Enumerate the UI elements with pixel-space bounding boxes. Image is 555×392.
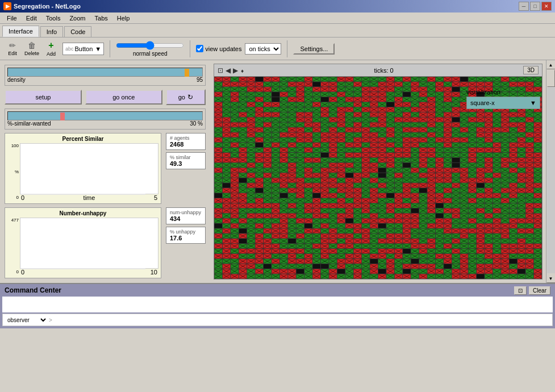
- visualization-select[interactable]: square-x ▼: [466, 97, 540, 109]
- agents-value: 2468: [170, 141, 202, 148]
- similar-wanted-label: %-similar-wanted: [7, 120, 51, 127]
- number-unhappy-x-axis: 0 10: [20, 269, 158, 276]
- scroll-down-arrow[interactable]: ▼: [546, 274, 556, 283]
- menu-edit[interactable]: Edit: [22, 14, 41, 23]
- similar-slider-label: %-similar-wanted 30 %: [7, 120, 203, 127]
- left-panel: density 95 setup go once go ↻: [0, 60, 210, 283]
- right-scrollbar: ▲ ▼: [546, 60, 555, 283]
- cc-input-row: observer >: [2, 314, 553, 326]
- density-slider-thumb[interactable]: [185, 69, 189, 77]
- menu-bar: File Edit Tools Zoom Tabs Help: [0, 12, 555, 24]
- charts-row-1: Percent Similar 100 % 0 0: [5, 133, 206, 204]
- ticks-dropdown[interactable]: on ticks: [245, 43, 281, 55]
- num-unhappy-label: num-unhappy: [170, 210, 202, 215]
- go-once-button[interactable]: go once: [85, 90, 162, 105]
- density-slider-track[interactable]: [7, 68, 203, 77]
- loop-icon: ↻: [187, 93, 193, 101]
- view-updates-checkbox[interactable]: [196, 45, 203, 52]
- tab-bar: Interface Info Code: [0, 24, 555, 37]
- menu-file[interactable]: File: [2, 14, 22, 23]
- widget-type-selector[interactable]: abc Button ▼: [62, 43, 104, 55]
- view-updates-container: view updates: [196, 45, 241, 52]
- number-unhappy-chart: Number-unhappy 477 0 0: [5, 207, 161, 278]
- visualization-label: visualization: [466, 89, 540, 95]
- similar-slider-track[interactable]: [7, 111, 203, 120]
- similar-wanted-slider-container: %-similar-wanted 30 %: [5, 109, 206, 130]
- percent-similar-chart: Percent Similar 100 % 0 0: [5, 133, 161, 204]
- speed-label: normal speed: [133, 51, 168, 57]
- go-button[interactable]: go ↻: [166, 89, 206, 105]
- ticks-display: ticks: 0: [374, 67, 393, 74]
- tab-info[interactable]: Info: [40, 26, 63, 37]
- edit-label: Edit: [8, 51, 17, 56]
- view-reset-icon[interactable]: ⊡: [218, 66, 223, 74]
- content-area: density 95 setup go once go ↻: [0, 60, 555, 283]
- observer-dropdown[interactable]: observer: [5, 314, 48, 326]
- view-updates-label: view updates: [205, 45, 241, 52]
- right-panel: ⊡ ◀ ▶ ⬧ ticks: 0 3D visualization square…: [210, 60, 546, 283]
- scroll-up-arrow[interactable]: ▲: [546, 60, 556, 69]
- netlogo-icon: ▶: [3, 2, 11, 10]
- agents-monitor: # agents 2468: [166, 133, 206, 150]
- edit-button[interactable]: ✏ Edit: [5, 41, 20, 56]
- number-unhappy-y-axis: 477 0: [7, 218, 19, 274]
- pct-unhappy-label: % unhappy: [170, 229, 202, 235]
- close-button[interactable]: ✕: [541, 2, 552, 11]
- visualization-value: square-x: [470, 99, 495, 106]
- go-label: go: [178, 94, 185, 101]
- number-unhappy-title: Number-unhappy: [7, 210, 158, 216]
- tab-code[interactable]: Code: [64, 26, 91, 37]
- menu-tabs[interactable]: Tabs: [90, 14, 112, 23]
- view-right-icon[interactable]: ▶: [233, 66, 238, 74]
- cc-clear-button[interactable]: Clear: [529, 286, 550, 295]
- percent-similar-chart-area: [20, 143, 158, 194]
- pct-similar-value: 49.3: [170, 160, 202, 167]
- density-slider-container: density 95: [5, 65, 206, 86]
- visualization-control: visualization square-x ▼: [466, 89, 540, 109]
- cc-input-field[interactable]: [53, 316, 550, 323]
- menu-help[interactable]: Help: [112, 14, 135, 23]
- add-button[interactable]: + Add: [43, 40, 59, 57]
- add-icon: +: [48, 40, 53, 51]
- scroll-thumb[interactable]: [547, 70, 555, 87]
- view-diamond-icon[interactable]: ⬧: [240, 66, 244, 74]
- settings-button[interactable]: Settings...: [293, 43, 335, 55]
- delete-button[interactable]: 🗑 Delete: [24, 41, 40, 56]
- similar-slider-thumb[interactable]: [60, 112, 65, 120]
- monitors-col-1: # agents 2468 % similar 49.3: [166, 133, 206, 204]
- widget-prefix: abc: [65, 46, 74, 52]
- num-unhappy-value: 434: [170, 215, 202, 222]
- similar-wanted-value: 30 %: [190, 120, 203, 127]
- view-controls: ⊡ ◀ ▶ ⬧: [218, 66, 244, 74]
- cc-output: [2, 297, 553, 312]
- title-bar: ▶ Segregation - NetLogo ─ □ ✕: [0, 0, 555, 12]
- percent-y-label: %: [7, 169, 19, 174]
- percent-similar-monitor: % similar 49.3: [166, 152, 206, 169]
- cc-header: Command Center ⊡ Clear: [0, 284, 555, 297]
- cc-popout-button[interactable]: ⊡: [514, 286, 527, 295]
- percent-similar-x-axis: 0 time 5: [20, 194, 158, 201]
- minimize-button[interactable]: ─: [519, 2, 529, 11]
- 3d-button[interactable]: 3D: [523, 66, 539, 74]
- pct-unhappy-monitor: % unhappy 17.6: [166, 227, 206, 244]
- charts-row-2: Number-unhappy 477 0 0: [5, 207, 206, 278]
- menu-zoom[interactable]: Zoom: [65, 14, 90, 23]
- divider-3: [287, 40, 287, 57]
- add-label: Add: [47, 51, 56, 57]
- density-label: density: [7, 77, 26, 83]
- percent-similar-title: Percent Similar: [7, 136, 158, 142]
- speed-slider[interactable]: [116, 41, 184, 50]
- view-header: ⊡ ◀ ▶ ⬧ ticks: 0 3D: [214, 64, 542, 77]
- view-left-icon[interactable]: ◀: [226, 66, 231, 74]
- scroll-track[interactable]: [547, 70, 555, 273]
- menu-tools[interactable]: Tools: [41, 14, 65, 23]
- tab-interface[interactable]: Interface: [2, 26, 39, 37]
- delete-label: Delete: [24, 51, 39, 56]
- pct-unhappy-value: 17.6: [170, 235, 202, 241]
- cc-title: Command Center: [5, 286, 61, 294]
- cc-prompt-arrow: >: [49, 317, 52, 323]
- maximize-button[interactable]: □: [530, 2, 540, 11]
- density-value: 95: [197, 77, 203, 83]
- setup-button[interactable]: setup: [5, 90, 82, 105]
- title-bar-left: ▶ Segregation - NetLogo: [3, 2, 81, 10]
